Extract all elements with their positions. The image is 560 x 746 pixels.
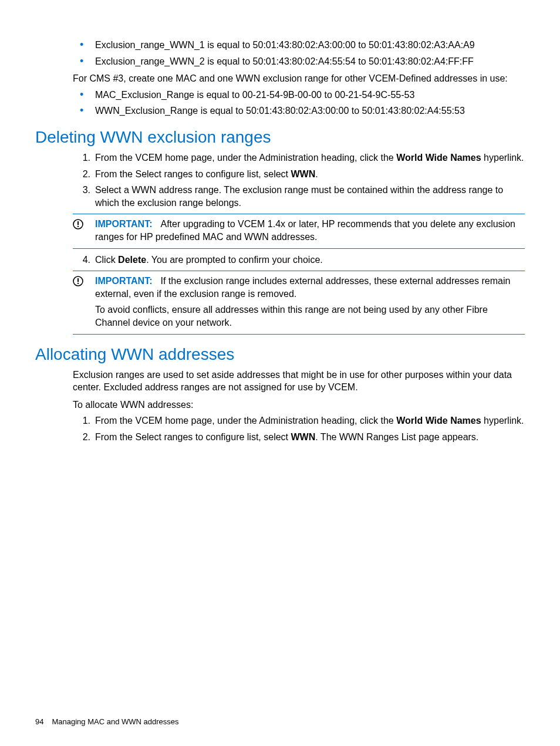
note-text: If the exclusion range includes external… — [95, 276, 510, 299]
note-text: After upgrading to VCEM 1.4x or later, H… — [95, 219, 515, 242]
list-item: Exclusion_range_WWN_1 is equal to 50:01:… — [73, 39, 525, 52]
step-text: . The WWN Ranges List page appears. — [315, 432, 478, 442]
step-text: From the VCEM home page, under the Admin… — [95, 153, 396, 163]
step-text: . — [315, 169, 318, 179]
heading-allocating-wwn: Allocating WWN addresses — [35, 345, 525, 364]
divider — [73, 214, 525, 214]
important-note: IMPORTANT:If the exclusion range include… — [73, 271, 525, 334]
strong-text: WWN — [291, 169, 315, 179]
divider — [73, 271, 525, 271]
list-item: From the Select ranges to configure list… — [73, 431, 525, 444]
strong-text: WWN — [291, 432, 315, 442]
list-item: MAC_Exclusion_Range is equal to 00-21-54… — [73, 89, 525, 102]
list-item: Click Delete. You are prompted to confir… — [73, 254, 525, 266]
steps-allocating: From the VCEM home page, under the Admin… — [73, 414, 525, 443]
important-icon — [73, 218, 95, 229]
page-number: 94 — [35, 717, 43, 726]
divider — [73, 334, 525, 335]
steps-deleting-cont: Click Delete. You are prompted to confir… — [73, 254, 525, 266]
step-text: Click — [95, 255, 118, 265]
steps-deleting: From the VCEM home page, under the Admin… — [73, 151, 525, 209]
list-item: Exclusion_range_WWN_2 is equal to 50:01:… — [73, 55, 525, 68]
note-text-extra: To avoid conflicts, ensure all addresses… — [95, 303, 525, 329]
page-footer: 94Managing MAC and WWN addresses — [35, 717, 179, 726]
svg-rect-4 — [77, 278, 79, 282]
svg-rect-1 — [77, 221, 79, 225]
step-text: . You are prompted to confirm your choic… — [146, 255, 323, 265]
list-item: Select a WWN address range. The exclusio… — [73, 184, 525, 209]
strong-text: World Wide Names — [396, 416, 481, 426]
important-note: IMPORTANT:After upgrading to VCEM 1.4x o… — [73, 214, 525, 248]
paragraph: Exclusion ranges are used to set aside a… — [73, 369, 525, 394]
divider — [73, 248, 525, 249]
list-item: From the Select ranges to configure list… — [73, 168, 525, 181]
page: Exclusion_range_WWN_1 is equal to 50:01:… — [0, 0, 560, 746]
step-text: From the VCEM home page, under the Admin… — [95, 416, 396, 426]
bullet-list-cms3: MAC_Exclusion_Range is equal to 00-21-54… — [73, 89, 525, 117]
strong-text: Delete — [118, 255, 146, 265]
paragraph: To allocate WWN addresses: — [73, 399, 525, 411]
list-item: From the VCEM home page, under the Admin… — [73, 151, 525, 164]
paragraph: For CMS #3, create one MAC and one WWN e… — [73, 72, 525, 85]
step-text: From the Select ranges to configure list… — [95, 432, 291, 442]
important-label: IMPORTANT: — [95, 219, 152, 229]
list-item: From the VCEM home page, under the Admin… — [73, 414, 525, 427]
step-text: hyperlink. — [481, 153, 524, 163]
bullet-list-top: Exclusion_range_WWN_1 is equal to 50:01:… — [73, 39, 525, 67]
important-icon — [73, 275, 95, 286]
list-item: WWN_Exclusion_Range is equal to 50:01:43… — [73, 104, 525, 117]
strong-text: World Wide Names — [396, 153, 481, 163]
svg-rect-5 — [77, 283, 79, 284]
step-text: From the Select ranges to configure list… — [95, 169, 291, 179]
footer-title: Managing MAC and WWN addresses — [52, 717, 178, 726]
step-text: hyperlink. — [481, 416, 524, 426]
svg-rect-2 — [77, 226, 79, 227]
important-label: IMPORTANT: — [95, 276, 152, 286]
heading-deleting-wwn: Deleting WWN exclusion ranges — [35, 128, 525, 147]
